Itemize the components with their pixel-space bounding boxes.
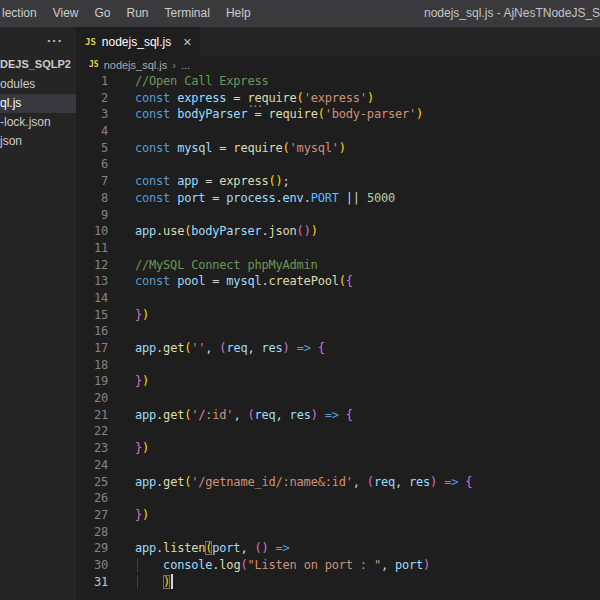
- more-actions-icon[interactable]: ···: [47, 33, 63, 48]
- file-item-odules[interactable]: odules: [0, 75, 76, 94]
- code-editor[interactable]: 1234567891011121314151617181920212223242…: [76, 73, 600, 600]
- token-var: console: [163, 558, 212, 572]
- code-line-28[interactable]: [135, 524, 600, 541]
- code-line-18[interactable]: [135, 357, 600, 374]
- menu-terminal[interactable]: Terminal: [157, 0, 218, 27]
- line-number[interactable]: 31: [76, 574, 108, 591]
- line-number[interactable]: 4: [76, 123, 108, 140]
- explorer-folder-header[interactable]: DEJS_SQLP2: [0, 53, 76, 75]
- code-line-13[interactable]: const pool = mysql.createPool({: [135, 273, 600, 290]
- window-title: nodejs_sql.js - AjNesTNodeJS_SQLP2 -: [424, 0, 600, 27]
- token-var: req: [226, 341, 247, 355]
- token-plain: .: [276, 191, 283, 205]
- file-item-ql-js[interactable]: ql.js: [0, 94, 76, 113]
- token-func: log: [219, 558, 240, 572]
- line-number[interactable]: 27: [76, 507, 108, 524]
- token-plain: ,: [395, 475, 409, 489]
- token-b2: {: [318, 341, 325, 355]
- line-number[interactable]: 7: [76, 173, 108, 190]
- line-number[interactable]: 16: [76, 323, 108, 340]
- code-line-2[interactable]: const express = require('express'): [135, 90, 600, 107]
- line-number[interactable]: 26: [76, 490, 108, 507]
- line-number[interactable]: 12: [76, 257, 108, 274]
- code-line-27[interactable]: }): [135, 507, 600, 524]
- line-number[interactable]: 25: [76, 474, 108, 491]
- code-line-23[interactable]: }): [135, 440, 600, 457]
- tab-nodejs-sql-js[interactable]: JS nodejs_sql.js ×: [76, 27, 200, 56]
- line-number[interactable]: 2: [76, 90, 108, 107]
- menu-help[interactable]: Help: [218, 0, 259, 27]
- code-line-14[interactable]: [135, 290, 600, 307]
- token-b2: ): [304, 224, 311, 238]
- file-item-json[interactable]: json: [0, 132, 76, 151]
- line-number[interactable]: 13: [76, 273, 108, 290]
- line-number[interactable]: 23: [76, 440, 108, 457]
- token-func: listen: [163, 541, 205, 555]
- menu-lection[interactable]: lection: [0, 0, 45, 27]
- line-number[interactable]: 14: [76, 290, 108, 307]
- code-line-30[interactable]: console.log("Listen on port : ", port): [135, 557, 600, 574]
- line-number[interactable]: 5: [76, 140, 108, 157]
- token-b1: ): [311, 224, 318, 238]
- menu-view[interactable]: View: [45, 0, 87, 27]
- line-number[interactable]: 17: [76, 340, 108, 357]
- line-number[interactable]: 28: [76, 524, 108, 541]
- token-plain: ;: [283, 174, 290, 188]
- code-line-21[interactable]: app.get('/:id', (req, res) => {: [135, 407, 600, 424]
- line-number[interactable]: 24: [76, 457, 108, 474]
- code-line-6[interactable]: [135, 156, 600, 173]
- code-line-22[interactable]: [135, 423, 600, 440]
- line-number[interactable]: 29: [76, 540, 108, 557]
- line-number[interactable]: 11: [76, 240, 108, 257]
- line-number[interactable]: 21: [76, 407, 108, 424]
- line-number[interactable]: 9: [76, 207, 108, 224]
- line-number[interactable]: 30: [76, 557, 108, 574]
- code-line-20[interactable]: [135, 390, 600, 407]
- token-str: '': [191, 341, 205, 355]
- code-line-15[interactable]: }): [135, 307, 600, 324]
- line-number[interactable]: 3: [76, 106, 108, 123]
- code-line-3[interactable]: const bodyParser = require('body-parser'…: [135, 106, 600, 123]
- code-line-5[interactable]: const mysql = require('mysql'): [135, 140, 600, 157]
- code-line-26[interactable]: [135, 490, 600, 507]
- breadcrumb-file[interactable]: nodejs_sql.js: [104, 59, 168, 71]
- token-plain: ,: [276, 408, 290, 422]
- token-b2: }: [135, 508, 142, 522]
- line-number-gutter: 1234567891011121314151617181920212223242…: [76, 73, 108, 600]
- code-line-12[interactable]: //MySQL Connect phpMyAdmin: [135, 257, 600, 274]
- line-number[interactable]: 20: [76, 390, 108, 407]
- code-line-8[interactable]: const port = process.env.PORT || 5000: [135, 190, 600, 207]
- code-line-11[interactable]: [135, 240, 600, 257]
- menu-go[interactable]: Go: [86, 0, 118, 27]
- token-var: bodyParser: [191, 224, 261, 238]
- code-line-25[interactable]: app.get('/getname_id/:name&:id', (req, r…: [135, 474, 600, 491]
- line-number[interactable]: 18: [76, 357, 108, 374]
- breadcrumb-symbol-ellipsis[interactable]: ...: [181, 59, 190, 71]
- line-number[interactable]: 22: [76, 423, 108, 440]
- token-plain: [339, 408, 346, 422]
- code-line-24[interactable]: [135, 457, 600, 474]
- close-icon[interactable]: ×: [183, 35, 191, 49]
- line-number[interactable]: 19: [76, 373, 108, 390]
- token-kw: const: [135, 107, 170, 121]
- code-line-17[interactable]: app.get('', (req, res) => {: [135, 340, 600, 357]
- code-line-1[interactable]: //Open Call Express: [135, 73, 600, 90]
- code-line-4[interactable]: [135, 123, 600, 140]
- code-line-31[interactable]: ): [135, 574, 600, 591]
- code-line-19[interactable]: }): [135, 373, 600, 390]
- code-line-29[interactable]: app.listen(port, () =>: [135, 540, 600, 557]
- code-line-7[interactable]: const app = express();: [135, 173, 600, 190]
- line-number[interactable]: 6: [76, 156, 108, 173]
- line-number[interactable]: 15: [76, 307, 108, 324]
- code-line-16[interactable]: [135, 323, 600, 340]
- file-item--lock-json[interactable]: -lock.json: [0, 113, 76, 132]
- code-line-10[interactable]: app.use(bodyParser.json()): [135, 223, 600, 240]
- menu-run[interactable]: Run: [119, 0, 157, 27]
- line-number[interactable]: 8: [76, 190, 108, 207]
- line-number[interactable]: 10: [76, 223, 108, 240]
- token-b2: ): [283, 341, 290, 355]
- token-op: =: [205, 274, 226, 288]
- line-number[interactable]: 1: [76, 73, 108, 90]
- code-line-9[interactable]: [135, 207, 600, 224]
- token-var: req: [374, 475, 395, 489]
